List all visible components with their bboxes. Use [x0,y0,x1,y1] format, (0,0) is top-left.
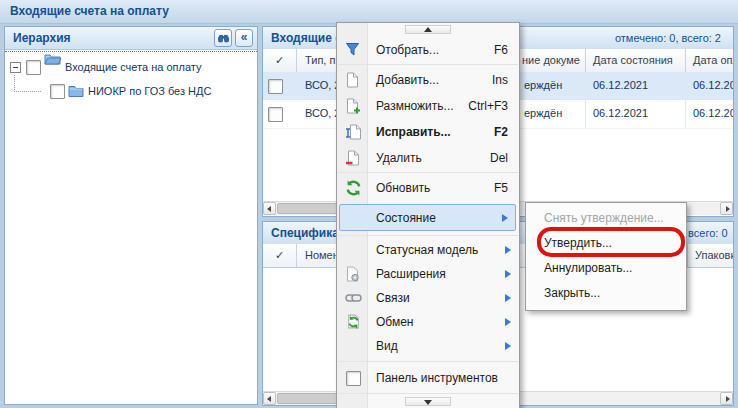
tree-expand-toggle[interactable] [10,62,21,73]
menu-item-shortcut: Ins [492,67,508,93]
divider [685,72,686,128]
hierarchy-panel-header: Иерархия « [5,27,257,50]
submenu-arrow-icon [502,214,508,222]
scroll-right-button[interactable] [720,392,733,405]
window-title-bar: Входящие счета на оплату [0,0,738,24]
menu-item-label: Состояние [376,205,436,232]
search-button[interactable] [214,29,232,47]
menu-item-toolbar-toggle[interactable]: Панель инструментов [338,364,518,392]
scrollbar-thumb[interactable] [277,203,341,214]
menu-item-label: Панель инструментов [376,364,498,392]
menu-item-status-model[interactable]: Статусная модель [338,238,518,262]
column-divider[interactable] [685,49,686,72]
hierarchy-panel: Иерархия « Входящие счета на оплату [4,26,258,405]
menu-item-edit[interactable]: Исправить... F2 [338,119,518,145]
arrow-left-icon [267,206,271,212]
arrow-right-icon [726,206,730,212]
arrow-left-icon [267,396,271,402]
menu-item-label: Вид [376,334,398,358]
menu-separator [338,64,518,65]
menu-item-shortcut: F5 [494,175,508,201]
column-packaging[interactable]: Упаковка [695,249,734,261]
submenu-arrow-icon [505,342,511,350]
specification-count-status: , всего: 0 [682,227,728,239]
scrollbar-thumb[interactable] [277,393,339,404]
chain-icon [345,290,362,307]
menu-item-duplicate[interactable]: Размножить... Ctrl+F3 [338,93,518,119]
submenu-item-close[interactable]: Закрыть... [527,281,685,306]
minus-icon [13,67,18,68]
scroll-left-button[interactable] [263,392,276,405]
submenu-item-annul[interactable]: Аннулировать... [527,256,685,281]
column-doc-state[interactable]: ние докуме [522,54,580,66]
arrow-right-icon [726,396,730,402]
column-divider[interactable] [296,244,297,267]
menu-separator [338,172,518,173]
cell-state-date: 06.12.2021 [593,107,648,119]
menu-item-filter[interactable]: Отобрать... F6 [338,37,518,63]
exchange-icon [345,314,362,331]
menu-item-exchange[interactable]: Обмен [338,310,518,334]
page-edit-icon [345,124,362,141]
page-icon [345,72,362,89]
arrow-up-icon [424,27,432,32]
menu-item-state[interactable]: Состояние [339,204,516,231]
menu-item-label: Обмен [376,310,414,334]
refresh-icon [345,180,362,197]
column-divider[interactable] [687,244,688,267]
tree-item-root[interactable]: Входящие счета на оплату [5,57,257,77]
row-checkbox[interactable] [268,107,283,122]
scroll-left-button[interactable] [263,202,276,215]
column-check[interactable]: ✓ [275,54,284,67]
cell-pay-date: 06.12.2021 [693,107,734,119]
scroll-right-button[interactable] [720,202,733,215]
menu-item-label: Удалить [376,145,422,171]
menu-item-label: Исправить... [376,119,451,145]
collapse-panel-button[interactable]: « [235,29,253,47]
tree-connector [14,75,41,92]
submenu-arrow-icon [505,318,511,326]
window-title: Входящие счета на оплату [10,4,169,18]
submenu-arrow-icon [505,246,511,254]
cell-pay-date: 06.12.2021 [693,79,734,91]
arrow-down-icon [424,400,432,405]
page-plus-icon [345,98,362,115]
chevron-left-double-icon: « [241,30,248,44]
page-minus-icon [345,150,362,167]
tree-root-checkbox[interactable] [26,60,41,75]
menu-separator [338,393,518,394]
menu-item-label: Добавить... [376,67,439,93]
column-state-date[interactable]: Дата состояния [593,54,673,66]
menu-scroll-down[interactable] [405,397,451,406]
menu-item-links[interactable]: Связи [338,286,518,310]
menu-item-refresh[interactable]: Обновить F5 [338,175,518,201]
submenu-item-label: Закрыть... [544,281,600,306]
tree-item-label: Входящие счета на оплату [65,57,201,77]
column-pay-date[interactable]: Дата оплаты [693,54,734,66]
menu-item-add[interactable]: Добавить... Ins [338,67,518,93]
tree-child-checkbox[interactable] [50,84,65,99]
tree-item-child[interactable]: НИОКР по ГОЗ без НДС [5,81,257,101]
menu-item-shortcut: F6 [494,37,508,63]
column-check[interactable]: ✓ [275,249,284,262]
column-divider[interactable] [296,49,297,72]
menu-item-shortcut: Del [490,145,508,171]
row-checkbox[interactable] [268,79,283,94]
toolbar-checkbox[interactable] [346,371,361,386]
menu-item-delete[interactable]: Удалить Del [338,145,518,171]
page-gear-icon [345,266,362,283]
column-divider[interactable] [585,49,586,72]
cell-doc-state: ерждён [524,79,562,91]
menu-item-view[interactable]: Вид [338,334,518,358]
divider [585,72,586,128]
cell-doc-state: ерждён [524,107,562,119]
menu-item-label: Статусная модель [376,238,478,262]
menu-item-extensions[interactable]: Расширения [338,262,518,286]
menu-item-label: Расширения [376,262,446,286]
menu-item-shortcut: Ctrl+F3 [468,93,508,119]
binoculars-icon [217,32,230,45]
folder-open-icon [44,52,61,69]
menu-scroll-up[interactable] [405,25,451,34]
red-highlight-annotation [537,227,685,257]
menu-item-label: Отобрать... [376,37,439,63]
